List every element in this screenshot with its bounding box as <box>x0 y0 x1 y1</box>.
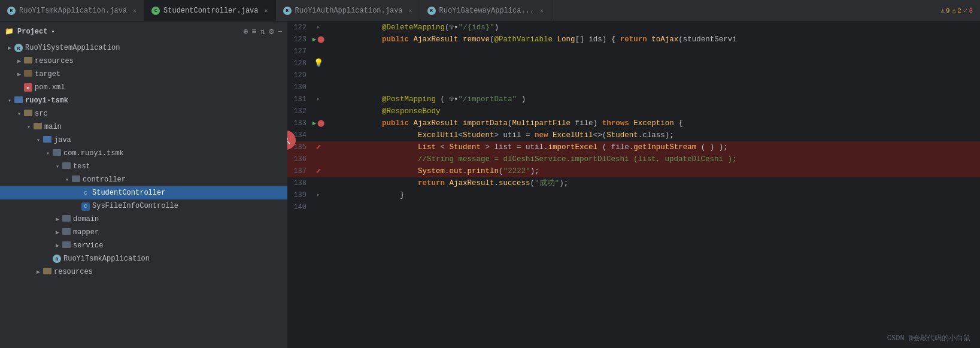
fold-icon-131[interactable]: ▸ <box>317 93 320 105</box>
search-icon <box>287 135 291 145</box>
code-line-123: 123 ▶ ⬤ public AjaxResult remove(@PathVa… <box>287 34 980 46</box>
folder-icon-service <box>62 241 71 250</box>
tree-item-sysfileinfo[interactable]: ▶ C SysFileInfoControlle <box>0 199 287 213</box>
tab-label: RuoYiTsmkApplication.java <box>19 7 127 15</box>
tree-item-ruoyitsmkapp[interactable]: ▶ R RuoYiTsmkApplication <box>0 252 287 265</box>
tab-ruoyiauth[interactable]: R RuoYiAuthApplication.java ✕ <box>276 0 420 22</box>
code-line-139: 139 ▸ } <box>287 189 980 201</box>
sort-icon[interactable]: ⇅ <box>260 26 265 37</box>
folder-icon-resources-main <box>43 268 51 277</box>
close-icon-active[interactable]: ✕ <box>265 7 268 14</box>
code-line-127: 127 <box>287 46 980 58</box>
folder-icon-java <box>43 136 51 145</box>
expand-arrow: ▶ <box>14 71 24 78</box>
folder-icon-controller <box>72 175 80 184</box>
run-debug-icons: ▶ ⬤ <box>312 34 325 46</box>
add-icon[interactable]: ⊕ <box>243 26 248 37</box>
app-icon-tsmk: R <box>53 255 61 263</box>
settings-icon[interactable]: ⚙ <box>269 26 274 37</box>
folder-icon <box>24 57 32 66</box>
svg-line-1 <box>287 141 290 144</box>
folder-icon-mapper <box>62 228 71 237</box>
main-content: 📁 Project ▾ ⊕ ≡ ⇅ ⚙ − ▶ R RuoYiSystemApp… <box>0 22 980 348</box>
tree-item-main[interactable]: ▾ main <box>0 120 287 134</box>
error-icon-137: ✔ <box>316 165 321 177</box>
folder-icon-domain <box>62 215 71 224</box>
run-icon[interactable]: ▶ <box>312 34 317 46</box>
tree-item-ruoyisystem[interactable]: ▶ R RuoYiSystemApplication <box>0 41 287 55</box>
debug-icon[interactable]: ⬤ <box>317 34 324 46</box>
warning-badge-green: ✓ 3 <box>964 7 973 14</box>
sidebar-actions: ⊕ ≡ ⇅ ⚙ − <box>243 26 283 37</box>
sidebar-header: 📁 Project ▾ ⊕ ≡ ⇅ ⚙ − <box>0 24 287 39</box>
tab-label-auth: RuoYiAuthApplication.java <box>295 7 403 15</box>
class-icon-student: C <box>81 189 90 198</box>
java-icon-gw: R <box>427 7 436 15</box>
code-line-129: 129 <box>287 69 980 81</box>
tab-ruoyigateway[interactable]: R RuoYiGatewayApplica... ✕ <box>420 0 551 22</box>
tree-item-pomxml[interactable]: ▶ m pom.xml <box>0 81 287 94</box>
tree-item-test[interactable]: ▾ test <box>0 160 287 173</box>
tab-label-gw: RuoYiGatewayApplica... <box>439 7 534 15</box>
code-line-128: 128 💡 <box>287 58 980 69</box>
class-icon-sysfile: C <box>81 202 90 211</box>
tab-ruoyitsmk[interactable]: R RuoYiTsmkApplication.java ✕ <box>0 0 144 22</box>
warning-badge-orange: ⚠ 2 <box>952 7 961 14</box>
java-icon-active: C <box>151 7 160 15</box>
warning-area: ⚠ 9 ⚠ 2 ✓ 3 <box>940 7 980 14</box>
app-icon: R <box>14 44 23 52</box>
tree-item-resources-main[interactable]: ▶ resources <box>0 265 287 279</box>
close-icon-auth[interactable]: ✕ <box>409 7 412 14</box>
close-icon-gw[interactable]: ✕ <box>540 7 544 14</box>
tree-item-studentcontroller[interactable]: ▶ C StudentController <box>0 186 287 199</box>
sidebar: 📁 Project ▾ ⊕ ≡ ⇅ ⚙ − ▶ R RuoYiSystemApp… <box>0 22 287 348</box>
tree-item-target[interactable]: ▶ target <box>0 68 287 81</box>
bulb-icon[interactable]: 💡 <box>314 58 323 69</box>
java-icon-auth: R <box>283 7 292 15</box>
code-line-140: 140 <box>287 201 980 213</box>
code-editor: 122 ▸ @DeleteMapping(☏▾"/{ids}") 123 ▶ ⬤ <box>287 22 980 348</box>
folder-icon-tsmk <box>14 96 23 105</box>
fold-icon-139[interactable]: ▸ <box>317 189 320 201</box>
tree-item-controller[interactable]: ▾ controller <box>0 173 287 186</box>
close-icon[interactable]: ✕ <box>133 7 136 14</box>
tab-studentcontroller[interactable]: C StudentController.java ✕ <box>144 0 275 22</box>
collapse-all-icon[interactable]: ≡ <box>251 27 256 37</box>
code-content: 122 ▸ @DeleteMapping(☏▾"/{ids}") 123 ▶ ⬤ <box>287 22 980 348</box>
chevron-down-icon[interactable]: ▾ <box>51 28 54 35</box>
tree-item-domain[interactable]: ▶ domain <box>0 213 287 226</box>
fold-icon[interactable]: ▸ <box>317 22 320 34</box>
folder-icon-test <box>62 162 71 171</box>
watermark: CSDN @会敲代码的小白鼠 <box>887 333 970 343</box>
error-icon-135: ✔ <box>316 141 321 153</box>
run-debug-icons-133: ▶ ⬤ <box>312 117 325 129</box>
tab-label-active: StudentController.java <box>163 7 258 15</box>
run-icon-133[interactable]: ▶ <box>312 117 317 129</box>
tree-item-java[interactable]: ▾ java <box>0 134 287 147</box>
tree-item-src[interactable]: ▾ src <box>0 107 287 120</box>
sidebar-project-icon: 📁 <box>5 27 14 36</box>
folder-icon-src <box>24 110 32 119</box>
tree-item-resources1[interactable]: ▶ resources <box>0 55 287 68</box>
expand-arrow: ▶ <box>14 58 24 65</box>
folder-icon-main <box>34 123 42 132</box>
tree-item-com-ruoyi-tsmk[interactable]: ▾ com.ruoyi.tsmk <box>0 147 287 160</box>
expand-arrow: ▾ <box>5 97 14 104</box>
folder-icon-target <box>24 70 32 79</box>
tree-item-mapper[interactable]: ▶ mapper <box>0 226 287 239</box>
warning-badge-yellow: ⚠ 9 <box>940 7 949 14</box>
debug-icon-133[interactable]: ⬤ <box>317 117 324 129</box>
expand-arrow: ▶ <box>5 44 14 52</box>
sidebar-title: 📁 Project ▾ <box>5 27 54 36</box>
tab-bar: R RuoYiTsmkApplication.java ✕ C StudentC… <box>0 0 980 22</box>
folder-icon-pkg <box>53 149 61 158</box>
xml-icon: m <box>24 83 32 92</box>
minimize-icon[interactable]: − <box>278 27 283 37</box>
java-icon: R <box>7 7 16 15</box>
tree-item-ruoyi-tsmk[interactable]: ▾ ruoyi-tsmk <box>0 94 287 107</box>
tree-item-service[interactable]: ▶ service <box>0 239 287 252</box>
